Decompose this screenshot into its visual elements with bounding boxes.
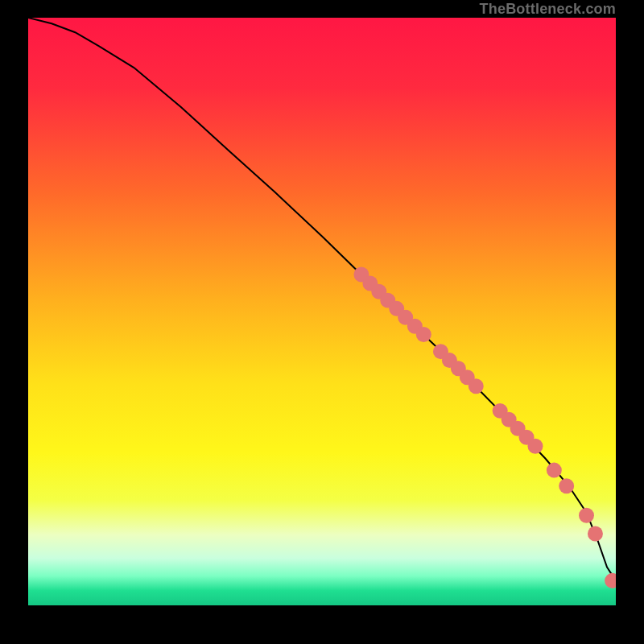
data-marker [528,439,543,454]
plot-overlay [28,18,616,605]
watermark-text: TheBottleneck.com [480,1,616,18]
plot-area [28,18,616,616]
data-marker [588,526,603,541]
chart-stage: TheBottleneck.com [0,0,644,644]
data-marker [469,378,484,394]
curve-line [28,18,616,580]
data-marker [547,463,562,478]
data-marker [579,508,594,523]
data-marker [416,327,431,342]
data-marker [559,478,574,493]
data-markers [353,267,616,588]
